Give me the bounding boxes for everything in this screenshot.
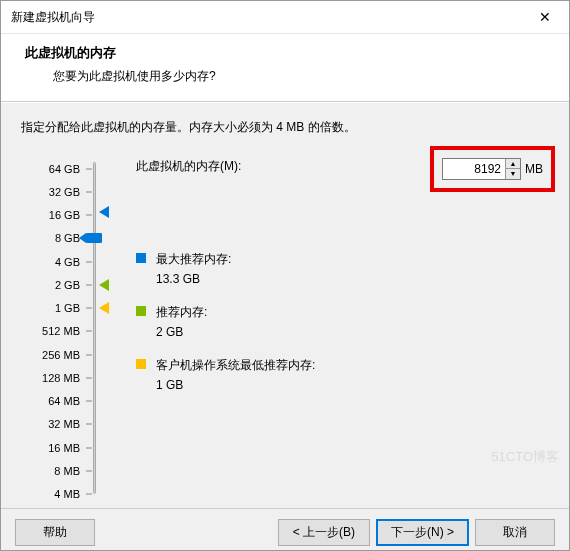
legend-max: 最大推荐内存: [136,251,549,268]
tick-mark [86,354,92,355]
tick-label: 512 MB [42,325,80,337]
tick-label: 8 GB [55,232,80,244]
tick-mark [86,308,92,309]
page-subtitle: 此虚拟机的内存 [25,44,545,62]
next-button[interactable]: 下一步(N) > [376,519,469,546]
tick-label: 64 MB [48,395,80,407]
tick-mark [86,401,92,402]
info-column: 此虚拟机的内存(M): ▲ ▼ MB 最大推荐内存: 13.3 GB [116,158,549,498]
memory-unit: MB [525,162,543,176]
legend-min-value: 1 GB [156,378,549,392]
tick-mark [86,377,92,378]
window-title: 新建虚拟机向导 [11,9,95,26]
tick-mark [86,494,92,495]
spinner-up-icon[interactable]: ▲ [506,159,520,169]
tick-label: 4 MB [54,488,80,500]
tick-mark [86,168,92,169]
page-question: 您要为此虚拟机使用多少内存? [25,68,545,85]
max-memory-marker-icon [99,206,109,218]
tick-label: 32 MB [48,418,80,430]
memory-spinner[interactable]: ▲ ▼ [442,158,521,180]
green-square-icon [136,306,146,316]
memory-label: 此虚拟机的内存(M): [136,158,241,175]
tick-label: 1 GB [55,302,80,314]
tick-mark [86,447,92,448]
tick-mark [86,331,92,332]
tick-mark [86,191,92,192]
memory-input-highlight: ▲ ▼ MB [430,146,555,192]
footer: 帮助 < 上一步(B) 下一步(N) > 取消 [1,508,569,551]
legend-min: 客户机操作系统最低推荐内存: [136,357,549,374]
tick-label: 64 GB [49,163,80,175]
recommended-memory-marker-icon [99,279,109,291]
yellow-square-icon [136,359,146,369]
tick-mark [86,424,92,425]
tick-label: 8 MB [54,465,80,477]
tick-label: 16 GB [49,209,80,221]
slider-track [93,162,96,494]
back-button[interactable]: < 上一步(B) [278,519,370,546]
tick-label: 128 MB [42,372,80,384]
slider-handle[interactable] [86,233,102,243]
tick-mark [86,215,92,216]
tick-label: 16 MB [48,442,80,454]
titlebar: 新建虚拟机向导 ✕ [1,1,569,34]
cancel-button[interactable]: 取消 [475,519,555,546]
blue-square-icon [136,253,146,263]
memory-input[interactable] [443,159,505,179]
tick-label: 32 GB [49,186,80,198]
tick-mark [86,284,92,285]
tick-label: 4 GB [55,256,80,268]
legend-recommended: 推荐内存: [136,304,549,321]
content-area: 指定分配给此虚拟机的内存量。内存大小必须为 4 MB 的倍数。 64 GB32 … [1,102,569,508]
wizard-header: 此虚拟机的内存 您要为此虚拟机使用多少内存? [1,34,569,102]
instruction-text: 指定分配给此虚拟机的内存量。内存大小必须为 4 MB 的倍数。 [21,119,549,136]
min-memory-marker-icon [99,302,109,314]
spinner-down-icon[interactable]: ▼ [506,169,520,179]
tick-label: 256 MB [42,349,80,361]
close-icon[interactable]: ✕ [531,7,559,27]
legend-recommended-value: 2 GB [156,325,549,339]
legend-max-value: 13.3 GB [156,272,549,286]
help-button[interactable]: 帮助 [15,519,95,546]
tick-label: 2 GB [55,279,80,291]
tick-mark [86,261,92,262]
tick-mark [86,470,92,471]
memory-slider[interactable]: 64 GB32 GB16 GB8 GB4 GB2 GB1 GB512 MB256… [21,158,116,498]
